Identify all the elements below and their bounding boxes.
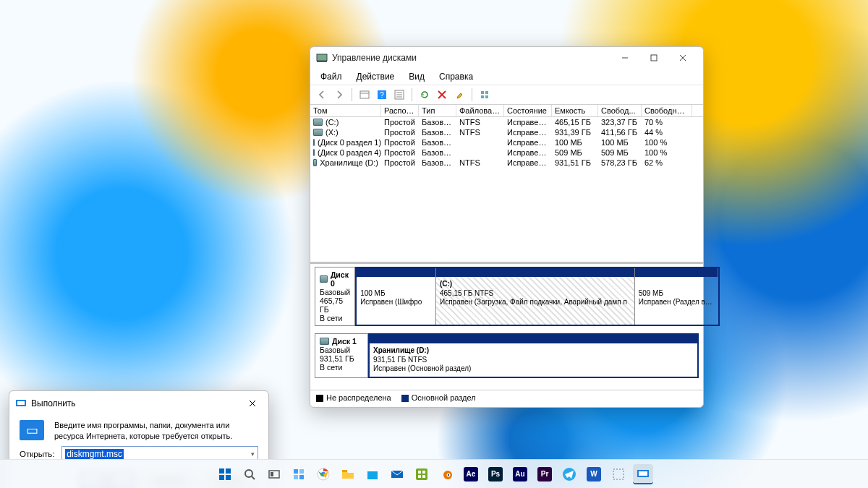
help-icon[interactable]: ? xyxy=(375,87,389,102)
refresh-icon[interactable] xyxy=(417,87,432,102)
volume-icon xyxy=(313,159,317,166)
disk-info[interactable]: Диск 1 Базовый 931,51 ГБ В сети xyxy=(315,333,368,378)
svg-point-28 xyxy=(245,470,252,477)
grid-icon[interactable] xyxy=(477,87,492,102)
taskbar-photoshop[interactable]: Ps xyxy=(485,464,506,484)
run-open-value: diskmgmt.msc xyxy=(65,449,124,459)
svg-rect-44 xyxy=(418,475,421,478)
run-open-label: Открыть: xyxy=(20,450,54,458)
svg-rect-25 xyxy=(226,468,231,474)
app-icon xyxy=(316,52,328,64)
disk-info[interactable]: Диск 0 Базовый 465,75 ГБ В сети xyxy=(315,267,355,326)
taskbar-telegram[interactable] xyxy=(559,464,579,484)
svg-rect-21 xyxy=(17,401,25,405)
minimize-button[interactable] xyxy=(610,48,639,68)
svg-rect-31 xyxy=(271,472,273,476)
taskbar-blender[interactable] xyxy=(436,464,456,484)
svg-rect-6 xyxy=(360,91,369,98)
taskbar-mail[interactable] xyxy=(387,464,407,484)
maximize-button[interactable] xyxy=(639,48,668,68)
svg-text:?: ? xyxy=(380,91,384,99)
svg-rect-41 xyxy=(416,468,427,480)
svg-rect-19 xyxy=(485,95,488,98)
menu-action[interactable]: Действие xyxy=(351,70,401,83)
svg-rect-39 xyxy=(367,471,378,479)
disk-row: Диск 0 Базовый 465,75 ГБ В сети 100 МБИс… xyxy=(315,267,699,326)
col-free[interactable]: Свобод... xyxy=(598,105,642,116)
svg-rect-24 xyxy=(219,468,224,474)
taskbar-run[interactable] xyxy=(633,464,653,484)
titlebar[interactable]: Управление дисками xyxy=(310,47,703,69)
taskbar-start[interactable] xyxy=(215,464,235,484)
svg-rect-52 xyxy=(639,471,647,476)
col-status[interactable]: Состояние xyxy=(504,105,552,116)
run-titlebar[interactable]: Выполнить xyxy=(9,391,268,416)
run-app-icon xyxy=(15,398,27,409)
svg-rect-45 xyxy=(422,475,425,478)
svg-rect-33 xyxy=(299,469,304,474)
svg-point-48 xyxy=(448,474,449,475)
close-button[interactable] xyxy=(668,48,697,68)
taskbar-after-effects[interactable]: Ae xyxy=(461,464,481,484)
svg-rect-38 xyxy=(342,470,347,472)
partition[interactable]: (C:)465,15 ГБ NTFSИсправен (Загрузка, Фа… xyxy=(436,268,635,325)
toolbar: ? xyxy=(310,85,703,105)
taskbar-snip[interactable] xyxy=(608,464,629,484)
svg-rect-16 xyxy=(481,91,484,94)
taskbar: AePsAuPrW xyxy=(0,459,868,488)
taskbar-premiere[interactable]: Pr xyxy=(535,464,555,484)
disk-management-window: Управление дисками Файл Действие Вид Спр… xyxy=(310,46,704,408)
legend: Не распределена Основной раздел xyxy=(310,390,703,405)
taskbar-chrome[interactable] xyxy=(313,464,333,484)
disk-icon xyxy=(320,338,329,345)
disk-graphical-panel: Диск 0 Базовый 465,75 ГБ В сети 100 МБИс… xyxy=(310,262,703,390)
volume-row[interactable]: (Диск 0 раздел 1) ПростойБазовый Исправе… xyxy=(310,137,703,147)
partition[interactable]: 509 МБИсправен (Раздел восстан xyxy=(635,268,718,325)
col-volume[interactable]: Том xyxy=(310,105,381,116)
volume-row[interactable]: (X:) ПростойБазовыйNTFS Исправен...931,3… xyxy=(310,127,703,137)
disk-label: Диск 1 xyxy=(332,337,357,346)
menu-help[interactable]: Справка xyxy=(433,70,479,83)
svg-rect-3 xyxy=(651,55,657,61)
menu-file[interactable]: Файл xyxy=(315,70,348,83)
col-capacity[interactable]: Емкость xyxy=(552,105,598,116)
taskbar-explorer[interactable] xyxy=(338,464,358,484)
run-prompt: Введите имя программы, папки, документа … xyxy=(54,420,258,442)
svg-rect-50 xyxy=(613,469,624,479)
taskbar-audition[interactable]: Au xyxy=(510,464,530,484)
taskbar-store[interactable] xyxy=(362,464,383,484)
delete-icon[interactable] xyxy=(435,87,449,102)
volume-row[interactable]: Хранилище (D:) ПростойБазовыйNTFS Исправ… xyxy=(310,158,703,168)
partition[interactable]: 100 МБИсправен (Шифро xyxy=(357,268,436,325)
window-title: Управление дисками xyxy=(332,53,610,63)
volume-icon xyxy=(313,129,323,136)
menu-view[interactable]: Вид xyxy=(403,70,430,83)
details-icon[interactable] xyxy=(392,87,407,102)
col-freepct[interactable]: Свободно % xyxy=(642,105,692,116)
volume-icon xyxy=(313,139,315,146)
forward-icon[interactable] xyxy=(332,87,346,102)
col-fs[interactable]: Файловая с... xyxy=(456,105,504,116)
svg-rect-1 xyxy=(317,61,327,62)
taskbar-word[interactable]: W xyxy=(584,464,604,484)
taskbar-widgets[interactable] xyxy=(289,464,309,484)
svg-rect-35 xyxy=(299,475,304,479)
partition[interactable]: Хранилище (D:)931,51 ГБ NTFSИсправен (Ос… xyxy=(370,335,697,377)
col-layout[interactable]: Располо... xyxy=(381,105,419,116)
volume-list-header: Том Располо... Тип Файловая с... Состоян… xyxy=(310,105,703,117)
disk-label: Диск 0 xyxy=(331,270,350,288)
svg-rect-34 xyxy=(294,475,298,479)
volume-row[interactable]: (Диск 0 раздел 4) ПростойБазовый Исправе… xyxy=(310,147,703,158)
chevron-down-icon[interactable]: ▾ xyxy=(251,450,255,458)
back-icon[interactable] xyxy=(315,87,329,102)
properties-icon[interactable] xyxy=(452,87,467,102)
view-table-icon[interactable] xyxy=(357,87,372,102)
taskbar-xbox[interactable] xyxy=(412,464,432,484)
col-type[interactable]: Тип xyxy=(419,105,456,116)
svg-rect-26 xyxy=(219,475,224,480)
svg-rect-27 xyxy=(226,475,231,480)
run-close-button[interactable] xyxy=(242,395,263,411)
taskbar-search[interactable] xyxy=(239,464,260,484)
taskbar-taskview[interactable] xyxy=(264,464,284,484)
volume-row[interactable]: (C:) ПростойБазовыйNTFS Исправен...465,1… xyxy=(310,117,703,127)
